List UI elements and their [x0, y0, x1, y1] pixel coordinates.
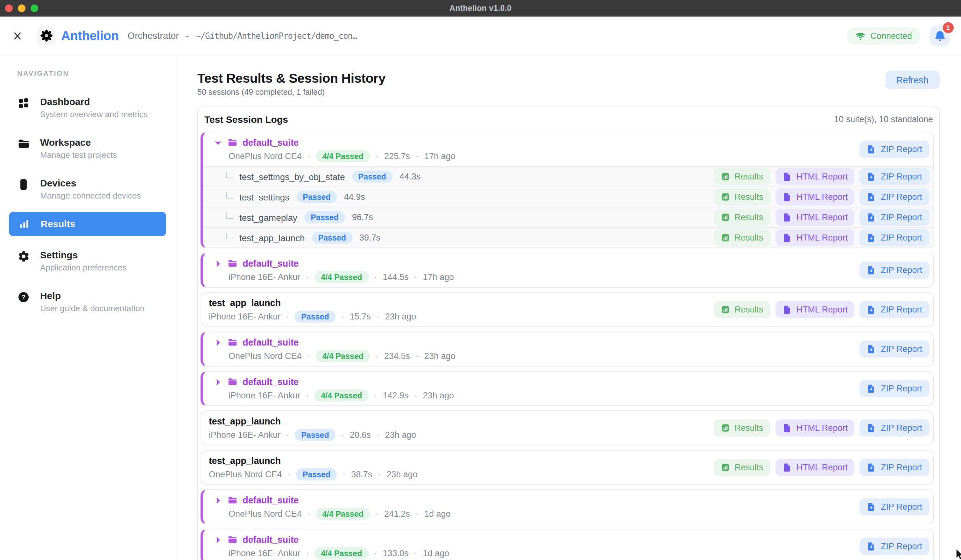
chevron-right-icon[interactable] [214, 496, 222, 504]
test-name: test_settings [239, 192, 289, 202]
chart-icon [721, 172, 730, 181]
zip-report-button[interactable]: ZIP Report [860, 168, 929, 185]
results-button[interactable]: Results [714, 459, 770, 476]
sidebar-item-settings[interactable]: SettingsApplication preferences [0, 243, 176, 279]
session-meta: OnePlus Nord CE4·4/4 Passed·234.5s·23h a… [228, 351, 860, 361]
html-report-button[interactable]: HTML Report [775, 229, 855, 246]
results-button[interactable]: Results [714, 168, 770, 185]
chevron-right-icon[interactable] [214, 259, 222, 268]
test-duration: 96.7s [352, 213, 373, 222]
zip-report-button[interactable]: ZIP Report [860, 459, 929, 476]
zip-report-button[interactable]: ZIP Report [860, 262, 929, 279]
chevron-right-icon[interactable] [214, 378, 222, 386]
path-separator: - [186, 30, 189, 41]
html-report-button[interactable]: HTML Report [775, 209, 855, 226]
suite-header[interactable]: default_suiteiPhone 16E- Ankur·4/4 Passe… [203, 253, 933, 287]
test-row: test_app_launchPassed39.7sResultsHTML Re… [203, 227, 933, 247]
file-icon [783, 233, 792, 242]
suite-name: default_suite [243, 337, 299, 347]
file-download-icon [867, 213, 876, 222]
file-icon [783, 463, 792, 472]
zip-report-button[interactable]: ZIP Report [860, 538, 929, 555]
session-age: 23h ago [423, 391, 454, 400]
tree-branch-icon [226, 233, 234, 239]
test-row: test_settings_by_obj_statePassed44.3sRes… [203, 167, 933, 186]
suite-header[interactable]: default_suiteOnePlus Nord CE4·4/4 Passed… [203, 132, 933, 166]
file-download-icon [867, 265, 876, 275]
sidebar-item-dashboard[interactable]: DashboardSystem overview and metrics [0, 90, 176, 125]
wifi-icon [855, 30, 866, 41]
session-meta: OnePlus Nord CE4·4/4 Passed·225.7s·17h a… [228, 151, 860, 162]
session-age: 17h ago [424, 151, 455, 161]
results-button[interactable]: Results [714, 229, 770, 246]
sidebar-item-workspace[interactable]: WorkspaceManage test projects [0, 130, 176, 166]
results-button[interactable]: Results [714, 209, 770, 226]
results-button[interactable]: Results [714, 419, 770, 436]
zip-report-button[interactable]: ZIP Report [860, 188, 929, 205]
zip-report-button[interactable]: ZIP Report [860, 229, 929, 246]
zip-report-button[interactable]: ZIP Report [860, 301, 929, 318]
status-pill: 4/4 Passed [316, 150, 370, 162]
test-row: test_gameplayPassed96.7sResultsHTML Repo… [203, 207, 933, 227]
file-download-icon [867, 344, 876, 354]
file-icon [783, 305, 792, 314]
device-name: iPhone 16E- Ankur [209, 430, 280, 440]
status-pill: Passed [296, 469, 337, 480]
status-pill: Passed [352, 170, 393, 183]
test-session-row: test_app_launchiPhone 16E- Ankur·Passed·… [201, 411, 934, 446]
sidebar-item-devices[interactable]: DevicesManage connected devices [0, 171, 176, 207]
chevron-down-icon[interactable] [214, 138, 222, 147]
window-zoom-button[interactable] [31, 5, 38, 12]
chevron-right-icon[interactable] [214, 338, 222, 347]
sidebar-item-results[interactable]: Results [9, 212, 166, 236]
window-minimize-button[interactable] [18, 5, 26, 12]
html-report-button[interactable]: HTML Report [775, 459, 855, 476]
notifications-button[interactable]: 1 [930, 26, 950, 45]
test-duration: 44.3s [400, 172, 421, 181]
brand-name: Anthelion [61, 28, 119, 43]
sidebar-section-label: NAVIGATION [0, 69, 176, 77]
suite-header[interactable]: default_suiteOnePlus Nord CE4·4/4 Passed… [203, 490, 933, 524]
zip-report-button[interactable]: ZIP Report [860, 340, 929, 358]
session-meta: iPhone 16E- Ankur·4/4 Passed·144.5s·17h … [228, 272, 860, 282]
zip-report-button[interactable]: ZIP Report [860, 209, 929, 226]
file-download-icon [867, 144, 876, 154]
file-download-icon [867, 502, 876, 512]
device-name: OnePlus Nord CE4 [228, 151, 302, 161]
card-title: Test Session Logs [204, 114, 288, 125]
results-button[interactable]: Results [714, 301, 770, 318]
refresh-button[interactable]: Refresh [885, 71, 939, 89]
session-age: 17h ago [423, 272, 454, 282]
sidebar-item-help[interactable]: ?HelpUser guide & documentation [0, 284, 176, 319]
sidebar-item-label: Workspace [40, 137, 117, 148]
status-pill: 4/4 Passed [316, 350, 370, 362]
sidebar-item-description: Manage connected devices [40, 191, 141, 201]
html-report-button[interactable]: HTML Report [775, 188, 855, 205]
results-button[interactable]: Results [714, 188, 770, 205]
html-report-button[interactable]: HTML Report [775, 168, 855, 185]
zip-report-button[interactable]: ZIP Report [860, 498, 929, 515]
file-download-icon [867, 172, 876, 181]
html-report-button[interactable]: HTML Report [775, 301, 855, 318]
file-icon [783, 192, 792, 202]
suite-header[interactable]: default_suiteOnePlus Nord CE4·4/4 Passed… [203, 332, 933, 366]
zip-report-button[interactable]: ZIP Report [860, 419, 929, 436]
session-age: 1d ago [424, 509, 451, 518]
file-download-icon [867, 233, 876, 242]
html-report-button[interactable]: HTML Report [775, 419, 855, 436]
suite-header[interactable]: default_suiteiPhone 16E- Ankur·4/4 Passe… [203, 372, 933, 405]
window-close-button[interactable] [5, 5, 13, 12]
connection-status-label: Connected [870, 31, 912, 40]
suite-session-row: default_suiteiPhone 16E- Ankur·4/4 Passe… [201, 529, 934, 560]
suite-header[interactable]: default_suiteiPhone 16E- Ankur·4/4 Passe… [203, 530, 933, 560]
chevron-right-icon[interactable] [214, 536, 222, 544]
session-list: default_suiteOnePlus Nord CE4·4/4 Passed… [198, 132, 939, 560]
status-pill: Passed [312, 232, 353, 244]
zip-report-button[interactable]: ZIP Report [860, 380, 929, 397]
close-button[interactable] [9, 27, 26, 44]
session-age: 23h ago [385, 430, 416, 440]
tree-branch-icon [226, 172, 234, 178]
chart-icon [721, 233, 730, 242]
device-name: iPhone 16E- Ankur [228, 391, 300, 400]
zip-report-button[interactable]: ZIP Report [860, 141, 929, 158]
